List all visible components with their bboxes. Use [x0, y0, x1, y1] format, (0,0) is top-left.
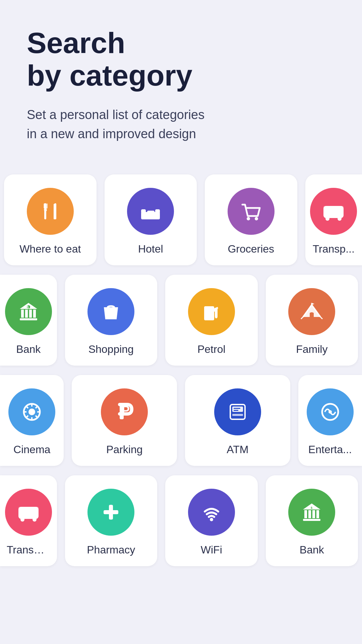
svg-point-19 — [325, 217, 329, 221]
svg-rect-70 — [303, 519, 320, 521]
category-shopping[interactable]: Shopping — [65, 275, 158, 366]
category-transport-1[interactable]: Transp... — [305, 174, 362, 265]
svg-rect-25 — [20, 318, 37, 320]
bank-icon: $ — [5, 288, 52, 335]
pharmacy-icon — [87, 489, 134, 536]
grid-row-4: Transport Pharmacy WiFi — [0, 471, 362, 570]
shopping-label: Shopping — [72, 343, 151, 356]
atm-icon — [214, 388, 261, 435]
grid-row-2: $ Bank Shopping — [0, 271, 362, 370]
svg-rect-17 — [326, 207, 332, 211]
cinema-icon — [8, 388, 55, 435]
transport2-label: Transport — [7, 544, 50, 556]
svg-rect-66 — [304, 510, 307, 518]
svg-point-62 — [33, 518, 37, 522]
svg-rect-67 — [308, 510, 311, 518]
groceries-label: Groceries — [212, 243, 291, 255]
bank2-icon: $ — [288, 489, 335, 536]
svg-line-45 — [36, 406, 38, 408]
where-to-eat-label: Where to eat — [11, 243, 90, 255]
transport1-icon — [310, 188, 357, 235]
category-entertainment[interactable]: Enterta... — [298, 375, 362, 466]
category-groceries[interactable]: Groceries — [205, 174, 297, 265]
svg-point-14 — [255, 217, 258, 220]
svg-rect-68 — [312, 510, 315, 518]
svg-rect-60 — [30, 508, 36, 512]
page-subtitle: Set a personal list of categories in a n… — [27, 105, 335, 144]
svg-rect-33 — [205, 312, 213, 319]
category-wifi[interactable]: WiFi — [165, 475, 258, 566]
header-section: Search by category Set a personal list o… — [0, 0, 362, 164]
shopping-icon — [87, 288, 134, 335]
category-hotel[interactable]: Hotel — [105, 174, 197, 265]
where-to-eat-icon — [27, 188, 74, 235]
page-title: Search by category — [27, 27, 335, 92]
transport1-label: Transp... — [312, 243, 356, 255]
svg-line-44 — [36, 416, 38, 418]
svg-rect-6 — [45, 210, 46, 219]
parking-icon: P — [101, 388, 148, 435]
svg-rect-54 — [234, 410, 238, 411]
category-family[interactable]: Family — [266, 275, 358, 366]
svg-line-46 — [26, 416, 28, 418]
parking-label: Parking — [78, 443, 170, 456]
family-icon — [288, 288, 335, 335]
svg-point-65 — [210, 518, 213, 521]
groceries-icon — [228, 188, 275, 235]
svg-point-56 — [328, 410, 332, 414]
svg-rect-12 — [155, 209, 160, 213]
svg-line-36 — [320, 317, 322, 319]
category-petrol[interactable]: Petrol — [165, 275, 258, 366]
svg-rect-23 — [29, 310, 32, 318]
svg-line-43 — [26, 406, 28, 408]
transport2-icon — [5, 489, 52, 536]
category-pharmacy[interactable]: Pharmacy — [65, 475, 158, 566]
wifi-icon — [188, 489, 235, 536]
hotel-label: Hotel — [111, 243, 190, 255]
category-where-to-eat[interactable]: Where to eat — [4, 174, 97, 265]
petrol-label: Petrol — [172, 343, 251, 356]
svg-rect-53 — [234, 408, 240, 409]
svg-rect-10 — [141, 209, 146, 213]
svg-rect-64 — [104, 510, 118, 514]
svg-point-13 — [247, 217, 250, 220]
svg-rect-69 — [316, 510, 319, 518]
svg-point-28 — [108, 311, 110, 313]
atm-label: ATM — [192, 443, 284, 456]
category-transport-2[interactable]: Transport — [0, 475, 57, 566]
svg-rect-9 — [141, 213, 160, 215]
svg-text:$: $ — [27, 306, 29, 309]
svg-text:$: $ — [311, 506, 312, 509]
category-parking[interactable]: P Parking — [72, 375, 177, 466]
petrol-icon — [188, 288, 235, 335]
svg-rect-32 — [207, 308, 212, 310]
svg-point-20 — [338, 217, 342, 221]
svg-rect-24 — [33, 310, 36, 318]
svg-point-38 — [28, 409, 35, 415]
grid-row-3: Cinema P Parking — [0, 371, 362, 470]
category-cinema[interactable]: Cinema — [0, 375, 64, 466]
bank-label: Bank — [7, 343, 50, 356]
grid-row-1: Where to eat Hotel — [0, 170, 362, 269]
svg-rect-51 — [232, 407, 243, 412]
svg-rect-11 — [147, 211, 155, 213]
category-grid: Where to eat Hotel — [0, 164, 362, 577]
svg-line-35 — [301, 317, 303, 319]
svg-text:P: P — [122, 404, 130, 417]
category-bank-2[interactable]: $ Bank — [266, 475, 358, 566]
entertainment-icon — [307, 388, 354, 435]
category-bank[interactable]: $ Bank — [0, 275, 57, 366]
pharmacy-label: Pharmacy — [72, 544, 151, 556]
svg-rect-22 — [25, 310, 28, 318]
svg-rect-52 — [232, 414, 243, 416]
category-atm[interactable]: ATM — [185, 375, 290, 466]
entertainment-label: Enterta... — [305, 443, 355, 456]
bank2-label: Bank — [273, 544, 352, 556]
svg-rect-18 — [335, 207, 341, 211]
svg-rect-59 — [21, 508, 27, 512]
cinema-label: Cinema — [7, 443, 57, 456]
svg-point-29 — [112, 311, 114, 313]
family-label: Family — [273, 343, 352, 356]
svg-rect-21 — [21, 310, 24, 318]
svg-point-61 — [20, 518, 24, 522]
